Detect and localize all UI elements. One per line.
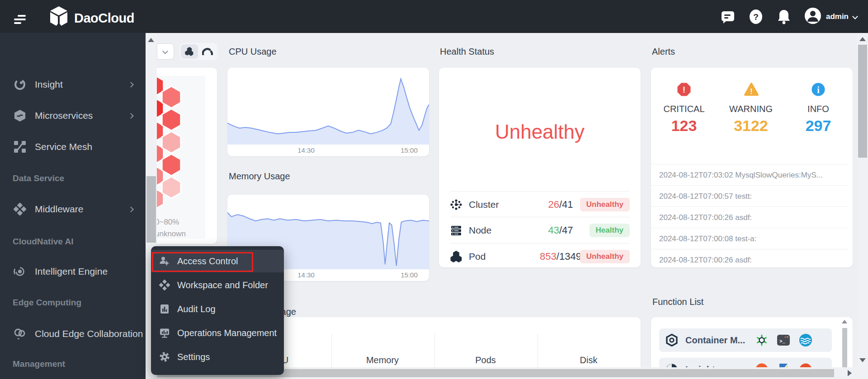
cluster-select-dropdown[interactable] [157, 43, 174, 60]
username: admin [826, 12, 849, 21]
sidebar-item-label: Microservices [35, 103, 93, 129]
scroll-up-arrow-icon[interactable] [148, 38, 154, 42]
chevron-down-icon [852, 14, 858, 19]
x-tick: 15:00 [396, 146, 423, 154]
scrollbar-thumb[interactable] [146, 176, 156, 243]
cpu-usage-title: CPU Usage [229, 47, 277, 57]
menu-item-audit-log[interactable]: Audit Log [151, 298, 284, 320]
sidebar-item-insight[interactable]: Insight [0, 71, 146, 98]
kubernetes-icon[interactable] [755, 333, 769, 347]
status-badge: Healthy [590, 224, 630, 237]
pod-icon [450, 250, 462, 263]
gauge-view-button[interactable] [199, 44, 216, 59]
svg-text:?: ? [753, 12, 759, 22]
alerts-card: ! CRITICAL 123 ! WARNING 3122 i INFO 297… [651, 68, 853, 267]
scrollbar-thumb[interactable] [858, 45, 867, 158]
sidebar-section-cloudnative-ai: CloudNative AI [13, 235, 139, 248]
health-row-node[interactable]: Node 43/47 Healthy [450, 217, 630, 243]
sidebar-section-data-service: Data Service [13, 172, 139, 185]
scrollbar-thumb[interactable] [842, 328, 847, 370]
harbor-icon[interactable] [799, 333, 812, 347]
cpu-usage-chart [227, 73, 429, 145]
chevron-right-icon [128, 206, 134, 212]
alert-list-item[interactable]: 2024-08-12T07:00:08 test-a: [651, 228, 848, 249]
health-row-cluster[interactable]: Cluster 26/41 Unhealthy [450, 191, 630, 217]
messages-icon[interactable] [720, 9, 736, 24]
svg-text:>_: >_ [779, 339, 786, 344]
cluster-hexmap[interactable] [157, 76, 205, 239]
legend-unknown: unknown [155, 229, 186, 239]
alert-list-item[interactable]: 2024-08-12T07:00:26 asdf: [651, 249, 848, 270]
svg-text:!: ! [750, 88, 752, 95]
sidebar-item-middleware[interactable]: Middleware [0, 196, 146, 222]
chevron-right-icon [128, 113, 134, 119]
health-status-card: Unhealthy Cluster 26/41 Unhealthy Node 4… [439, 68, 641, 267]
audit-log-icon [159, 304, 170, 314]
svg-text:!: ! [683, 85, 685, 94]
status-badge: Unhealthy [580, 198, 630, 211]
svg-text:i: i [817, 85, 820, 95]
help-icon[interactable]: ? [748, 9, 764, 24]
hexagon-view-button[interactable] [181, 44, 198, 59]
alert-list-item[interactable]: 2024-08-12T07:03:02 MysqlSlowQueries:MyS… [651, 164, 848, 185]
menu-item-workspace-and-folder[interactable]: Workspace and Folder [151, 274, 284, 296]
status-badge: Unhealthy [580, 250, 630, 263]
global-management-submenu: Access Control Workspace and Folder Audi… [151, 246, 284, 375]
page-vertical-scrollbar[interactable] [857, 33, 868, 379]
menu-item-operations-management[interactable]: Operations Management [151, 322, 284, 344]
overall-health-status: Unhealthy [439, 118, 641, 145]
cluster-icon [450, 198, 462, 211]
sidebar-section-edge-computing: Edge Computing [13, 296, 139, 309]
sidebar-item-microservices[interactable]: Microservices [0, 103, 146, 129]
sidebar-section-management: Management [13, 357, 139, 371]
scroll-up-arrow-icon[interactable] [842, 320, 847, 323]
alert-list-item[interactable]: 2024-08-12T07:00:57 testt: [651, 185, 848, 206]
alert-stat-info: i INFO 297 [787, 82, 850, 135]
settings-gear-icon [159, 351, 170, 362]
function-row-container-management[interactable]: Container M... >_ [659, 328, 832, 352]
menu-item-settings[interactable]: Settings [151, 346, 284, 368]
resource-column-pods: Pods [434, 355, 537, 365]
memory-usage-title: Memory Usage [229, 171, 290, 182]
hamburger-menu-icon[interactable] [14, 14, 27, 25]
cluster-overview-card: 0~80% unknown [157, 68, 217, 244]
user-menu[interactable]: admin [804, 7, 857, 26]
terminal-icon[interactable]: >_ [777, 333, 790, 347]
scroll-up-arrow-icon[interactable] [859, 37, 866, 41]
daocloud-cube-icon [49, 6, 69, 30]
health-row-pod[interactable]: Pod 853/1349 Unhealthy [450, 243, 630, 269]
sidebar-item-label: Service Mesh [35, 134, 92, 160]
cpu-usage-card: 14:30 15:00 [227, 68, 429, 156]
node-count: 43/47 [527, 217, 594, 243]
alert-stat-critical: ! CRITICAL 123 [652, 82, 716, 135]
critical-icon: ! [677, 82, 691, 97]
sidebar-item-label: Insight [35, 71, 63, 98]
alert-list-item[interactable]: 2024-08-12T07:00:26 asdf: [651, 206, 848, 228]
alerts-title: Alerts [652, 47, 675, 57]
x-tick: 15:00 [396, 271, 423, 279]
sidebar-item-cloud-edge-collaboration[interactable]: Cloud Edge Collaboration [0, 321, 146, 347]
cloud-edge-icon [14, 328, 26, 340]
menu-item-access-control[interactable]: Access Control [151, 250, 284, 272]
brand-logo[interactable]: DaoCloud [49, 6, 134, 30]
sidebar-item-service-mesh[interactable]: Service Mesh [0, 134, 146, 160]
resource-column-disk: Disk [537, 355, 640, 365]
top-navbar: DaoCloud ? admin [0, 0, 868, 33]
service-mesh-icon [14, 140, 26, 153]
middleware-icon [14, 203, 26, 215]
notifications-bell-icon[interactable] [776, 9, 792, 24]
sidebar-item-intelligent-engine[interactable]: Intelligent Engine [0, 258, 146, 285]
sidebar-item-label: Intelligent Engine [35, 258, 108, 285]
info-icon: i [811, 82, 826, 97]
intelligent-engine-icon [14, 265, 26, 278]
sidebar: Insight Microservices Service Mesh Data … [0, 33, 146, 379]
node-icon [450, 224, 462, 237]
x-tick: 14:30 [292, 271, 320, 279]
resource-column-memory: Memory [331, 355, 434, 365]
sidebar-item-label: Cloud Edge Collaboration [35, 321, 143, 347]
workspace-folder-icon [159, 280, 170, 290]
scroll-right-arrow-icon[interactable] [848, 370, 852, 376]
scroll-down-arrow-icon[interactable] [859, 358, 866, 362]
microservices-icon [14, 109, 26, 122]
x-tick: 14:30 [292, 146, 320, 154]
